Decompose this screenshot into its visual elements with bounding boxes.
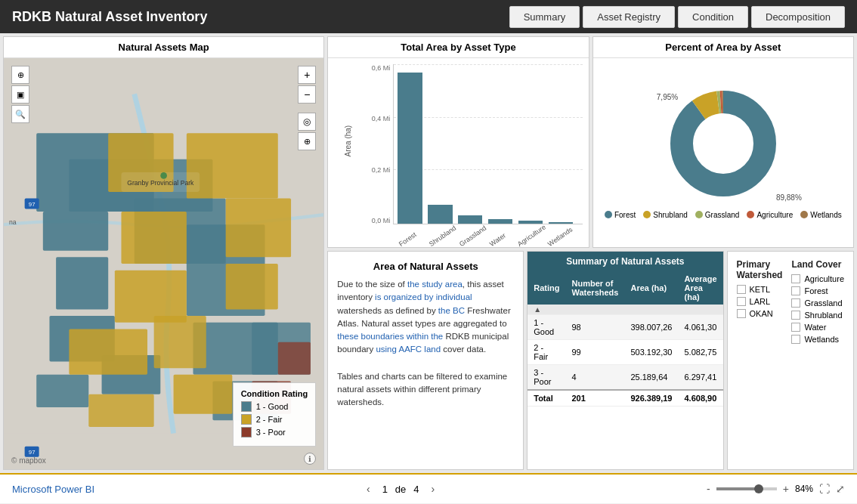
table-row-poor: 3 - Poor 4 25.189,64 6.297,41: [528, 365, 722, 391]
bars-area: Forest Shrubland Grassland Water Agricul…: [393, 64, 582, 224]
svg-rect-5: [56, 257, 108, 309]
map-zoom-in[interactable]: +: [298, 66, 316, 84]
filter-watershed-section: Primary Watershed KETL LARL OKAN: [737, 259, 783, 462]
filter-item-wetlands: Wetlands: [791, 335, 844, 344]
cell-ws-poor: 4: [565, 365, 624, 391]
donut-svg-wrap: 89,88% 7,95%: [655, 87, 791, 208]
map-title: Natural Assets Map: [4, 37, 323, 58]
tab-asset-registry[interactable]: Asset Registry: [583, 6, 675, 28]
page-next[interactable]: ›: [427, 481, 440, 496]
powerbi-link[interactable]: Microsoft Power BI: [12, 484, 94, 495]
legend-label-fair: 2 - Fair: [256, 415, 283, 424]
cell-rating-good: 1 - Good: [528, 315, 565, 340]
map-tool-search[interactable]: 🔍: [11, 105, 29, 123]
legend-text-agriculture: Agriculture: [756, 211, 793, 219]
legend-label-good: 1 - Good: [256, 402, 289, 411]
page-de: de: [395, 484, 406, 495]
donut-chart-panel: Percent of Area by Asset: [592, 36, 854, 248]
filter-label-wetlands: Wetlands: [804, 335, 839, 344]
table-row: ▲: [528, 305, 722, 315]
tab-condition[interactable]: Condition: [678, 6, 748, 28]
svg-rect-10: [36, 375, 88, 407]
fullscreen-icon[interactable]: ⛶: [819, 483, 830, 495]
expand-icon[interactable]: ⤢: [836, 483, 845, 495]
zoom-controls: - + 84% ⛶ ⤢: [707, 483, 845, 495]
bar-forest: [398, 73, 422, 224]
donut-legend: Forest Shrubland Grassland Agricult: [605, 211, 842, 219]
svg-rect-17: [115, 271, 187, 323]
cell-area-fair: 503.192,30: [624, 340, 678, 365]
svg-text:97: 97: [29, 201, 36, 208]
legend-text-shrubland: Shrubland: [653, 211, 688, 219]
filter-item-water: Water: [791, 323, 844, 332]
svg-point-38: [697, 117, 750, 170]
x-label-wetlands: Wetlands: [546, 226, 574, 249]
bar-water: [488, 219, 512, 224]
legend-forest: Forest: [605, 211, 636, 219]
bar-chart-title: Total Area by Asset Type: [328, 37, 588, 58]
checkbox-grassland[interactable]: [791, 298, 800, 308]
filter-landcover-section: Land Cover Agriculture Forest Grassland: [791, 259, 844, 462]
legend-item-fair: 2 - Fair: [241, 414, 308, 425]
table-row-total: Total 201 926.389,19 4.608,90: [528, 390, 722, 407]
map-tool-cursor[interactable]: ⊕: [11, 66, 29, 84]
donut-inner: 89,88% 7,95% Forest Shrubland: [593, 58, 853, 247]
cell-sort: ▲: [528, 305, 722, 315]
checkbox-water[interactable]: [791, 323, 800, 332]
y-tick-4: 0,6 Mi: [366, 64, 390, 72]
cell-area-good: 398.007,26: [624, 315, 678, 340]
checkbox-forest[interactable]: [791, 286, 800, 295]
svg-rect-15: [121, 212, 186, 264]
map-legend: Condition Rating 1 - Good 2 - Fair 3 - P…: [233, 382, 317, 447]
checkbox-ketl[interactable]: [737, 285, 746, 294]
svg-text:na: na: [9, 218, 17, 226]
legend-shrubland: Shrubland: [643, 211, 688, 219]
tab-summary[interactable]: Summary: [509, 6, 580, 28]
checkbox-larl[interactable]: [737, 297, 746, 306]
legend-text-grassland: Grassland: [705, 211, 740, 219]
zoom-plus[interactable]: +: [783, 483, 789, 495]
svg-rect-14: [187, 133, 278, 198]
zoom-slider[interactable]: [716, 487, 777, 490]
bar-shrubland: [428, 205, 452, 224]
checkbox-wetlands[interactable]: [791, 335, 800, 344]
pagination: ‹ 1 de 4 ›: [362, 481, 439, 496]
map-tool-square[interactable]: ▣: [11, 85, 29, 104]
checkbox-okan[interactable]: [737, 309, 746, 318]
map-attribution: © mapbox: [11, 456, 46, 465]
checkbox-agriculture[interactable]: [791, 274, 800, 283]
donut-svg: [655, 87, 791, 200]
map-locate[interactable]: ◎: [298, 113, 316, 131]
cell-ws-fair: 99: [565, 340, 624, 365]
donut-chart-title: Percent of Area by Asset: [593, 37, 853, 58]
legend-agriculture: Agriculture: [747, 211, 793, 219]
tab-decomposition[interactable]: Decomposition: [751, 6, 845, 28]
zoom-slider-thumb[interactable]: [754, 484, 763, 493]
legend-wetlands: Wetlands: [800, 211, 842, 219]
checkbox-shrubland[interactable]: [791, 311, 800, 320]
page-prev[interactable]: ‹: [362, 481, 375, 496]
zoom-minus[interactable]: -: [707, 483, 710, 495]
table-row-fair: 2 - Fair 99 503.192,30 5.082,75: [528, 340, 722, 365]
bar-chart-panel: Total Area by Asset Type Area (ha) 0,6 M…: [327, 36, 589, 248]
y-axis-ticks: 0,6 Mi 0,4 Mi 0,2 Mi 0,0 Mi: [366, 64, 393, 224]
filter-landcover-title: Land Cover: [791, 259, 844, 270]
svg-point-27: [160, 172, 167, 179]
cell-rating-total: Total: [528, 390, 565, 407]
nav-tabs: Summary Asset Registry Condition Decompo…: [509, 6, 845, 28]
svg-rect-24: [278, 342, 311, 375]
legend-color-fair: [241, 414, 252, 425]
top-right-panels: Total Area by Asset Type Area (ha) 0,6 M…: [327, 36, 854, 248]
filter-watershed-title: Primary Watershed: [737, 259, 783, 280]
legend-dot-agriculture: [747, 211, 754, 218]
svg-rect-21: [174, 375, 233, 414]
legend-dot-wetlands: [800, 211, 808, 218]
page-total: 4: [413, 484, 419, 495]
svg-rect-18: [226, 264, 278, 309]
map-zoom-out[interactable]: −: [298, 85, 316, 104]
bottom-bar: Microsoft Power BI ‹ 1 de 4 › - + 84% ⛶ …: [0, 473, 857, 503]
col-area: Area (ha): [624, 271, 678, 305]
filter-item-agriculture: Agriculture: [791, 274, 844, 283]
map-container[interactable]: Granby Provincial Park 97 97 na ⊕ ▣ 🔍 + …: [4, 58, 323, 469]
map-magnify[interactable]: ⊕: [298, 132, 316, 150]
